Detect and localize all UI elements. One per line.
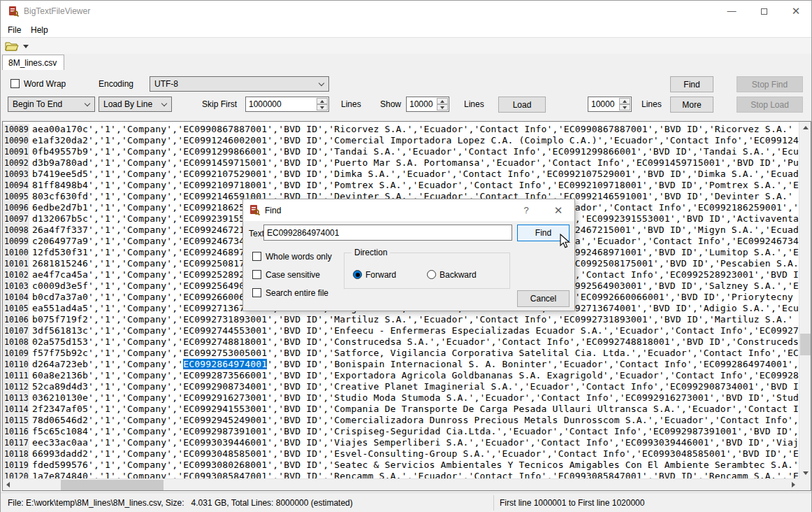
text-line[interactable]: 10109f57f75b92c','1','Company','EC099275…: [3, 348, 799, 359]
chevron-down-icon: [161, 101, 167, 106]
skip-first-stepper[interactable]: 1000000: [245, 97, 329, 112]
text-line[interactable]: 101142f2347af05','1','Company','EC099294…: [3, 404, 799, 415]
text-line[interactable]: 1011578d06546d2','1','Company','EC099294…: [3, 415, 799, 426]
line-number: 10096: [3, 202, 29, 213]
text-line[interactable]: 10090e1af320da2','1','Company','EC099124…: [3, 135, 799, 146]
spinner-down-icon[interactable]: [317, 104, 328, 111]
dialog-close-button[interactable]: ✕: [551, 204, 566, 217]
more-button[interactable]: More: [670, 97, 713, 113]
chevron-down-icon: [85, 101, 90, 106]
load-mode-combobox[interactable]: Load By Line: [99, 97, 172, 112]
chevron-down-icon: [319, 80, 324, 86]
search-entire-file-checkbox[interactable]: [252, 288, 261, 297]
line-number: 10102: [3, 269, 29, 280]
line-number: 10113: [3, 392, 29, 404]
tab-file[interactable]: 8M_lines.csv: [2, 55, 64, 70]
find-dialog-title: Find: [265, 206, 281, 215]
find-dialog-icon: [249, 204, 260, 215]
case-sensitive-label: Case sensitive: [266, 270, 320, 280]
text-line[interactable]: 10119fded599576','1','Company','EC099308…: [3, 460, 799, 471]
text-line[interactable]: 1010802a575d153','1','Company','EC099274…: [3, 336, 799, 348]
scroll-down-icon[interactable]: [803, 471, 809, 475]
direction-combo-value: Begin To End: [13, 99, 62, 109]
spinner-up-icon[interactable]: [437, 98, 448, 104]
spinner-up-icon[interactable]: [619, 98, 630, 104]
menu-help[interactable]: Help: [26, 24, 53, 36]
find-button[interactable]: Find: [670, 76, 713, 92]
find-dialog-titlebar[interactable]: Find ? ✕: [243, 199, 574, 221]
line-number: 10118: [3, 448, 29, 460]
open-file-button[interactable]: [5, 40, 31, 52]
app-window: BigTextFileViewer — ✕ File Help 8M_lines…: [0, 0, 812, 512]
line-text: 3df561813c','1','Company','EC09927445530…: [29, 325, 799, 336]
line-text: d264a723eb','1','Company','EC09928649740…: [29, 359, 799, 370]
text-line[interactable]: 1011866993dadd2','1','Company','EC099304…: [3, 448, 799, 460]
lines-label-1: Lines: [341, 99, 361, 109]
show-stepper[interactable]: 10000: [406, 97, 449, 112]
encoding-label: Encoding: [99, 79, 133, 89]
find-text-input[interactable]: [263, 225, 512, 241]
text-line[interactable]: 1011252ca89d4d3','1','Company','EC099290…: [3, 381, 799, 392]
scrollbar-corner: [799, 478, 811, 490]
text-line[interactable]: 10117eec33ac0aa','1','Company','EC099303…: [3, 437, 799, 448]
line-number: 10109: [3, 348, 29, 359]
more-stepper[interactable]: 10000: [588, 97, 632, 112]
line-number: 10116: [3, 426, 29, 437]
encoding-combobox[interactable]: UTF-8: [150, 76, 329, 92]
line-text: d3b9a780ad','1','Company','EC09914597150…: [29, 157, 799, 169]
text-line[interactable]: 10113036210130e','1','Company','EC099291…: [3, 392, 799, 404]
case-sensitive-checkbox[interactable]: [252, 270, 261, 279]
horizontal-scrollbar[interactable]: [3, 478, 799, 490]
whole-words-checkbox[interactable]: [252, 252, 261, 261]
line-number: 10093: [3, 169, 29, 180]
line-number: 10111: [3, 370, 29, 381]
text-line[interactable]: 100910fb49557b9','1','Company','EC099129…: [3, 146, 799, 157]
line-text: e1af320da2','1','Company','EC09912460020…: [29, 135, 799, 146]
text-line[interactable]: 1011160a8e2136b','1','Company','EC099287…: [3, 370, 799, 381]
encoding-value: UTF-8: [154, 79, 178, 89]
status-file-info: File: E:\work\temp\8M_lines\8M_lines.csv…: [8, 498, 353, 508]
text-line[interactable]: 1009481ff8498b4','1','Company','EC099210…: [3, 180, 799, 191]
backward-radio[interactable]: [427, 270, 436, 279]
text-line[interactable]: 10089aea00a170c','1','Company','EC099086…: [3, 124, 799, 135]
scroll-left-icon[interactable]: [6, 482, 10, 488]
text-line[interactable]: 10093b7419ee5d5','1','Company','EC099210…: [3, 169, 799, 180]
minimize-button[interactable]: —: [716, 1, 748, 22]
text-line[interactable]: 10110d264a723eb','1','Company','EC099286…: [3, 359, 799, 370]
scroll-right-icon[interactable]: [792, 482, 795, 488]
line-number: 10089: [3, 124, 29, 135]
forward-radio[interactable]: [353, 270, 362, 279]
dialog-cancel-button[interactable]: Cancel: [517, 290, 570, 307]
direction-combobox[interactable]: Begin To End: [8, 97, 95, 112]
text-line[interactable]: 10092d3b9a780ad','1','Company','EC099145…: [3, 157, 799, 169]
dialog-help-button[interactable]: ?: [519, 205, 533, 218]
text-line[interactable]: 10106b075f719f2','1','Company','EC099273…: [3, 314, 799, 325]
stop-load-button[interactable]: Stop Load: [737, 97, 803, 113]
text-line[interactable]: 101073df561813c','1','Company','EC099274…: [3, 325, 799, 336]
stop-find-button[interactable]: Stop Find: [737, 76, 803, 92]
horizontal-scroll-thumb[interactable]: [61, 480, 164, 490]
line-text: b7419ee5d5','1','Company','EC09921075290…: [29, 169, 799, 180]
text-line[interactable]: 10116f5c65c1084','1','Company','EC099298…: [3, 426, 799, 437]
load-button[interactable]: Load: [498, 97, 546, 113]
vertical-scroll-thumb[interactable]: [800, 334, 811, 355]
vertical-scrollbar[interactable]: [799, 122, 811, 479]
text-line[interactable]: 101201a7e874840','1','Company','EC099308…: [3, 471, 799, 478]
word-wrap-checkbox[interactable]: [10, 79, 20, 88]
spinner-up-icon[interactable]: [317, 98, 328, 104]
line-text: f5c65c1084','1','Company','EC09929873910…: [29, 426, 799, 437]
close-button[interactable]: ✕: [780, 1, 812, 22]
search-match-highlight: EC0992864974001: [183, 359, 267, 369]
status-divider: [493, 495, 494, 511]
skip-first-value: 1000000: [249, 99, 282, 109]
scroll-up-icon[interactable]: [803, 126, 809, 129]
maximize-button[interactable]: [748, 1, 780, 22]
menu-file[interactable]: File: [3, 24, 26, 36]
line-number: 10100: [3, 247, 29, 258]
line-number: 10117: [3, 437, 29, 448]
spinner-down-icon[interactable]: [437, 104, 448, 111]
spinner-down-icon[interactable]: [619, 104, 630, 111]
line-number: 10099: [3, 236, 29, 247]
open-dropdown-icon[interactable]: [23, 45, 29, 48]
line-number: 10095: [3, 191, 29, 202]
